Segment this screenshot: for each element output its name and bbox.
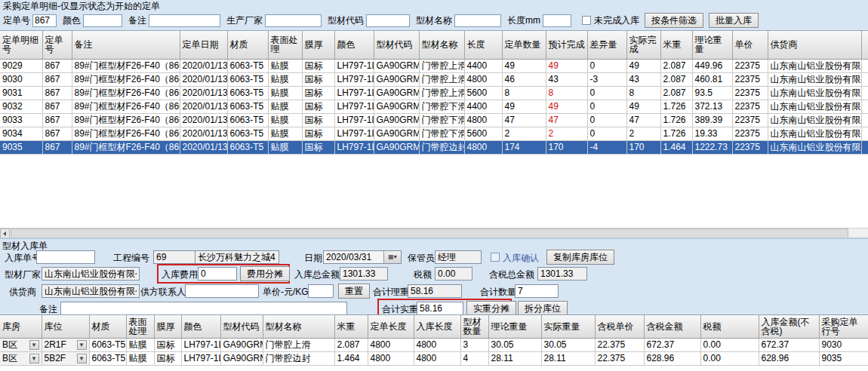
unfinished-inbound-checkbox[interactable] [582,16,591,25]
grid-cell[interactable]: 89#门框型材F26-F40（866+867） [72,72,180,86]
grid-cell[interactable]: GA90GRM04 [374,127,419,140]
remark-field[interactable] [60,302,347,315]
grid-header-cell[interactable]: 定单明细号 [0,31,42,59]
grid-cell[interactable]: GA90GRM03 [374,59,419,72]
grid-header-cell[interactable]: 膜厚 [302,31,334,59]
grid-header-cell[interactable]: 库房 [0,315,42,338]
keeper-field[interactable] [435,250,482,264]
grid-cell[interactable]: 460.81 [692,72,732,86]
grid-cell[interactable]: 门带腔上滑 [419,59,464,72]
grid-cell[interactable]: 30.05 [541,338,595,351]
grid-cell[interactable]: 49 [626,59,660,72]
grid-cell[interactable]: 0 [587,127,626,140]
grid-cell[interactable]: LH797-1LL0 [334,127,374,140]
grid-cell[interactable]: 贴膜 [268,72,302,86]
grid-cell[interactable]: 47 [546,113,587,127]
grid-cell[interactable]: 22375 [732,113,768,127]
grid-header-cell[interactable]: 预计完成 [546,31,587,59]
grid-cell[interactable]: 6063-T5 [89,338,126,351]
contact-field[interactable] [185,284,259,298]
dropdown-arrow-icon[interactable]: ▼ [77,354,87,363]
grid-cell[interactable]: 49 [502,59,546,72]
grid-cell[interactable]: 国标 [302,140,334,154]
grid-cell[interactable]: 5600 [464,127,502,140]
grid-header-cell[interactable]: 米重 [660,31,692,59]
grid-cell[interactable]: GA90GRM04 [374,113,419,127]
grid-cell[interactable]: 89#门框型材F26-F40（866+867） [72,86,180,100]
table-row[interactable]: 902986789#门框型材F26-F40（866+867）2020/01/13… [0,59,868,72]
grid-cell[interactable]: 89#门框型材F26-F40（866+867） [72,127,180,140]
grid-cell[interactable]: 22375 [732,140,768,154]
grid-cell[interactable]: 672.37 [759,338,819,351]
grid-cell[interactable]: 4 [460,351,488,365]
grid-cell[interactable]: 4800 [464,140,502,154]
grid-cell[interactable]: 5B2F▼ [42,351,89,365]
grid-cell[interactable]: 9031 [0,86,42,100]
grid-cell[interactable]: 2020/01/13 [180,113,227,127]
grid-cell[interactable]: 93.5 [692,86,732,100]
grid-cell[interactable]: LH797-1LL0 [334,59,374,72]
table-row[interactable]: B区▼2R1F▼6063-T5贴膜国标LH797-1LL0GA90GRM03门带… [0,338,868,351]
fee-share-button[interactable]: 费用分摊 [240,266,290,281]
grid-cell[interactable]: 国标 [302,127,334,140]
calendar-dropdown-icon[interactable]: ▦▾ [383,251,401,263]
grid-cell[interactable]: 9033 [0,113,42,127]
grid-cell[interactable]: 9029 [0,59,42,72]
split-location-button[interactable]: 拆分库位 [518,301,568,316]
dropdown-arrow-icon[interactable]: ▼ [29,354,39,363]
grid-cell[interactable]: 28.11 [541,351,595,365]
grid-header-cell[interactable]: 入库长度 [414,315,460,338]
grid-cell[interactable]: 山东南山铝业股份有限公司 [768,113,861,127]
grid-cell[interactable]: 门带腔下滑 [419,113,464,127]
grid-header-cell[interactable]: 型材数量 [460,315,488,338]
grid-cell[interactable]: 22375 [732,127,768,140]
grid-cell[interactable]: 672.37 [644,338,700,351]
grid-cell[interactable]: 国标 [302,100,334,113]
grid-cell[interactable]: 89#门框型材F26-F40（866+867） [72,140,180,154]
grid-header-cell[interactable]: 税额 [700,315,759,338]
grid-cell[interactable]: 449.96 [692,59,732,72]
grid-cell[interactable]: 4800 [464,113,502,127]
grid-header-cell[interactable]: 库位 [42,315,89,338]
grid-cell[interactable]: 89#门框型材F26-F40（866+867） [72,59,180,72]
grid-cell[interactable]: GA90GRM04 [374,100,419,113]
grid-cell[interactable]: 3 [460,338,488,351]
grid-cell[interactable]: 1.726 [660,113,692,127]
grid-cell[interactable]: 9030 [0,72,42,86]
grid-cell[interactable]: 22375 [732,59,768,72]
grid-cell[interactable]: GA90GRM03 [374,86,419,100]
actual-weight-field[interactable] [417,302,463,315]
theory-weight-field[interactable] [408,284,462,298]
grid-header-cell[interactable]: 理论重量 [488,315,541,338]
dropdown-arrow-icon[interactable]: ▼ [29,340,39,350]
grid-cell[interactable]: 2020/01/13 [180,140,227,154]
dropdown-arrow-icon[interactable]: ▼ [77,340,87,350]
grid-header-cell[interactable]: 定单日期 [180,31,227,59]
grid-cell[interactable]: 174 [502,140,546,154]
grid-cell[interactable]: -3 [587,72,626,86]
grid-cell[interactable]: 867 [42,140,72,154]
order-no-input[interactable] [32,14,57,27]
grid-header-cell[interactable]: 型材代码 [220,315,263,338]
grid-cell[interactable]: 1.726 [660,100,692,113]
grid-cell[interactable]: B区▼ [0,351,42,365]
grid-cell[interactable]: 46 [502,72,546,86]
grid-cell[interactable]: 门带腔边封 [263,351,334,365]
grid-cell[interactable]: 4400 [464,59,502,72]
inbound-no-field[interactable] [36,250,95,264]
grid-cell[interactable]: 国标 [302,113,334,127]
grid-cell[interactable]: LH797-1LL0 [181,338,220,351]
grid-cell[interactable]: LH797-1LL0 [334,140,374,154]
grid-cell[interactable]: 28.11 [488,351,541,365]
grid-cell[interactable]: 2R1F▼ [42,338,89,351]
grid-cell[interactable]: 1.464 [660,140,692,154]
grid-cell[interactable]: 170 [546,140,587,154]
tax-field[interactable] [435,267,472,281]
reset-button[interactable]: 重置 [338,284,370,299]
grid-cell[interactable]: 4800 [464,72,502,86]
order-grid-hscrollbar[interactable] [0,228,868,238]
table-row[interactable]: 903386789#门框型材F26-F40（866+867）2020/01/13… [0,113,868,127]
grid-cell[interactable]: 30.05 [488,338,541,351]
table-row[interactable]: 903186789#门框型材F26-F40（866+867）2020/01/13… [0,86,868,100]
factory-field[interactable] [42,267,140,281]
